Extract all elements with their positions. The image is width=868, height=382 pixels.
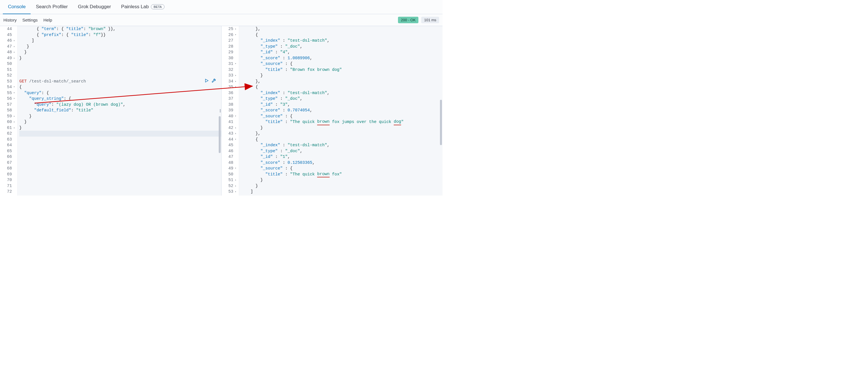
code-line[interactable] (19, 61, 221, 67)
code-line[interactable]: "_id" : "4", (241, 49, 443, 55)
fold-marker[interactable]: ▴ (13, 38, 16, 44)
fold-marker[interactable]: ▴ (13, 49, 16, 55)
code-line[interactable] (19, 160, 221, 166)
code-line[interactable]: "default_field": "title" (19, 107, 221, 113)
fold-marker[interactable]: ▴ (234, 189, 237, 195)
fold-marker[interactable]: ▴ (234, 73, 237, 78)
fold-marker[interactable]: ▾ (234, 113, 237, 119)
fold-marker[interactable]: ▴ (234, 183, 237, 189)
code-line[interactable] (19, 183, 221, 189)
response-code[interactable]: }, { "_index" : "test-dsl-match", "_type… (239, 26, 443, 196)
code-line[interactable] (19, 131, 221, 137)
code-line[interactable]: "_type" : "_doc", (241, 148, 443, 154)
code-line[interactable]: "_index" : "test-dsl-match", (241, 90, 443, 96)
code-line[interactable]: { (19, 84, 221, 90)
code-line[interactable]: } (19, 125, 221, 131)
fold-marker[interactable]: ▾ (13, 96, 16, 102)
code-line[interactable]: }, (241, 78, 443, 84)
request-editor[interactable]: 444546▴47▴48▴49▴5051525354▾55▾56▾575859▴… (0, 26, 221, 196)
code-line[interactable] (19, 67, 221, 73)
tab-search-profiler[interactable]: Search Profiler (31, 0, 73, 14)
code-line[interactable]: { (241, 84, 443, 90)
response-viewer[interactable]: 25▴26▾2728293031▾3233▴34▴35▾3637383940▾4… (221, 26, 443, 196)
fold-marker[interactable]: ▴ (13, 55, 16, 61)
request-scrollbar-thumb[interactable] (219, 116, 221, 153)
code-line[interactable]: }, (241, 26, 443, 32)
tab-painless-lab[interactable]: Painless Lab BETA (116, 0, 169, 14)
code-line[interactable] (19, 189, 221, 195)
code-line[interactable]: { "prefix": { "title": "f"}} (19, 32, 221, 38)
code-line[interactable] (19, 166, 221, 171)
help-link[interactable]: Help (43, 18, 52, 23)
code-line[interactable]: { "term": { "title": "brown" }}, (19, 26, 221, 32)
request-code[interactable]: { "term": { "title": "brown" }}, { "pref… (18, 26, 221, 196)
code-line[interactable]: "_score" : 0.12503365, (241, 160, 443, 166)
response-scrollbar-thumb[interactable] (440, 100, 442, 145)
code-line[interactable]: "_source" : { (241, 61, 443, 67)
gutter-line: 44▾ (221, 137, 238, 143)
code-line[interactable]: } (241, 73, 443, 78)
code-line[interactable]: } (241, 177, 443, 183)
fold-marker[interactable]: ▴ (234, 131, 237, 137)
code-line[interactable]: { (241, 137, 443, 143)
code-line[interactable]: } (241, 125, 443, 131)
code-line[interactable]: "title" : "The quick brown fox jumps ove… (241, 119, 443, 125)
code-line[interactable]: "query": "(lazy dog) OR (brown dog)", (19, 102, 221, 108)
fold-marker[interactable]: ▾ (234, 137, 237, 143)
fold-marker[interactable]: ▴ (13, 125, 16, 131)
code-line[interactable]: "query": { (19, 90, 221, 96)
code-line[interactable]: "query_string": { (19, 96, 221, 102)
run-request-icon[interactable] (204, 78, 209, 85)
fold-marker[interactable]: ▾ (13, 84, 16, 90)
code-line[interactable]: { (241, 32, 443, 38)
code-line[interactable]: }, (241, 131, 443, 137)
code-line[interactable] (19, 171, 221, 177)
code-line[interactable]: GET /test-dsl-match/_search (19, 78, 221, 84)
code-line[interactable]: "title" : "The quick brown fox" (241, 171, 443, 177)
tab-grok-debugger[interactable]: Grok Debugger (73, 0, 116, 14)
code-line[interactable]: "_index" : "test-dsl-match", (241, 142, 443, 148)
fold-marker[interactable]: ▾ (234, 61, 237, 67)
fold-marker[interactable]: ▾ (234, 166, 237, 171)
code-line[interactable]: "_index" : "test-dsl-match", (241, 38, 443, 44)
fold-marker[interactable]: ▴ (234, 78, 237, 84)
code-line[interactable]: } (19, 113, 221, 119)
code-line[interactable]: "_source" : { (241, 166, 443, 171)
fold-marker[interactable]: ▴ (234, 177, 237, 183)
history-link[interactable]: History (3, 18, 17, 23)
code-line[interactable]: } (19, 55, 221, 61)
code-line[interactable]: "_id" : "3", (241, 102, 443, 108)
fold-marker[interactable]: ▴ (13, 44, 16, 49)
fold-marker[interactable]: ▴ (13, 113, 16, 119)
gutter-line: 45 (221, 142, 238, 148)
code-line[interactable]: ] (241, 189, 443, 195)
settings-link[interactable]: Settings (23, 18, 38, 23)
code-line[interactable]: } (19, 44, 221, 49)
code-line[interactable]: "_type" : "_doc", (241, 96, 443, 102)
code-line[interactable]: "_source" : { (241, 113, 443, 119)
code-line[interactable]: "_id" : "1", (241, 154, 443, 160)
fold-marker[interactable]: ▾ (234, 32, 237, 38)
code-line[interactable]: "_score" : 0.7074054, (241, 107, 443, 113)
fold-marker[interactable]: ▴ (234, 125, 237, 131)
code-line[interactable]: "_score" : 1.0089906, (241, 55, 443, 61)
fold-marker[interactable]: ▾ (234, 84, 237, 90)
tab-console[interactable]: Console (3, 0, 31, 14)
code-line[interactable]: } (241, 183, 443, 189)
pane-splitter[interactable]: || (220, 108, 220, 112)
code-line[interactable] (19, 154, 221, 160)
code-line[interactable] (19, 177, 221, 183)
fold-marker[interactable]: ▴ (234, 26, 237, 32)
wrench-icon[interactable] (211, 78, 216, 85)
fold-marker[interactable]: ▴ (13, 119, 16, 125)
code-line[interactable] (19, 73, 221, 78)
code-line[interactable]: } (19, 49, 221, 55)
code-line[interactable]: ] (19, 38, 221, 44)
code-line[interactable]: "_type" : "_doc", (241, 44, 443, 49)
code-line[interactable] (19, 142, 221, 148)
code-line[interactable] (19, 148, 221, 154)
code-line[interactable]: } (19, 119, 221, 125)
code-line[interactable] (19, 137, 221, 143)
code-line[interactable]: "title" : "Brown fox brown dog" (241, 67, 443, 73)
fold-marker[interactable]: ▾ (13, 90, 16, 96)
